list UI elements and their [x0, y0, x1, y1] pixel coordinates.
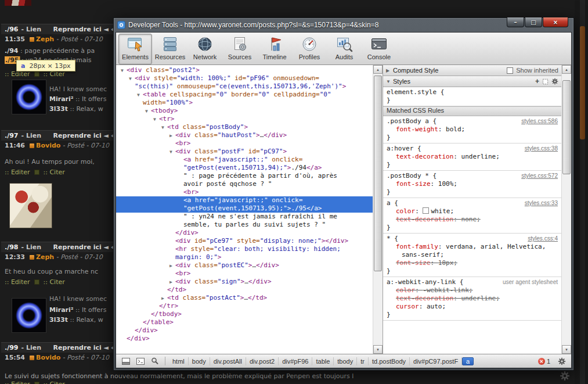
- css-property[interactable]: text-decoration: underline;: [387, 295, 558, 303]
- new-style-rule-button[interactable]: +: [535, 77, 539, 85]
- tree-line[interactable]: ▼<td class="postBody">: [116, 123, 373, 131]
- scroll-up-button[interactable]: ▲: [562, 65, 571, 74]
- scroll-down-button[interactable]: ▼: [373, 345, 383, 354]
- post-lien-label[interactable]: - Lien: [21, 243, 41, 251]
- stylesheet-link[interactable]: styles.css:38: [525, 145, 558, 152]
- breadcrumb-item[interactable]: div#pF96: [279, 357, 312, 365]
- stylesheet-link[interactable]: styles.css:33: [525, 199, 558, 206]
- tree-line[interactable]: <br>: [116, 188, 373, 196]
- scrollbar-thumb[interactable]: [562, 80, 571, 174]
- tree-line[interactable]: <div id="pCe97" style="display: none;"><…: [116, 237, 373, 245]
- tree-line[interactable]: ▼<tbody>: [116, 107, 373, 115]
- tree-line[interactable]: " : yn24 ne s'est jamais rafraîchi il me: [116, 213, 373, 221]
- breadcrumb-item[interactable]: td.postBody: [369, 357, 410, 365]
- quote-link[interactable]: :: Citer: [44, 278, 65, 286]
- styles-section-header[interactable]: ▼ Styles +: [383, 76, 561, 87]
- tab-timeline[interactable]: Timeline: [258, 34, 291, 64]
- element-state-icon[interactable]: [542, 78, 549, 85]
- resume-here-link[interactable]: Reprendre ici ◄ «: [53, 243, 115, 251]
- css-property[interactable]: cursor: auto;: [387, 303, 558, 311]
- username[interactable]: 3l33t: [49, 105, 68, 113]
- collapse-arrow-icon[interactable]: ▼: [161, 124, 167, 132]
- breadcrumb-item[interactable]: html: [169, 357, 189, 365]
- rule-selector[interactable]: .postBody * {: [387, 172, 437, 180]
- css-property[interactable]: font-size: 100%;: [387, 180, 558, 188]
- tree-line[interactable]: ▼<div style="width: 100%;" id="pF96" onm…: [116, 74, 373, 82]
- error-badge[interactable]: × 1: [538, 358, 550, 365]
- expand-arrow-icon[interactable]: ▶: [169, 132, 175, 140]
- post-lien-label[interactable]: - Lien: [21, 132, 41, 139]
- breadcrumb-item[interactable]: div#pC97.postF: [410, 357, 462, 365]
- tab-network[interactable]: Network: [188, 34, 222, 64]
- color-swatch-icon[interactable]: [423, 207, 429, 214]
- breadcrumb-item[interactable]: tbody: [334, 357, 357, 365]
- breadcrumb-item[interactable]: div.postAll: [210, 357, 246, 365]
- resume-here-link[interactable]: Reprendre ici ◄ «: [53, 132, 115, 139]
- scroll-up-button[interactable]: ▲: [373, 65, 383, 74]
- post-number-link[interactable]: ./98: [5, 243, 19, 251]
- breadcrumb-item[interactable]: table: [312, 357, 334, 365]
- quote-link[interactable]: :: Citer: [44, 381, 65, 384]
- stylesheet-link[interactable]: styles.css:572: [521, 172, 558, 179]
- username[interactable]: Mirari²: [49, 306, 74, 314]
- rule-selector[interactable]: .postBody a {: [387, 117, 437, 125]
- tab-elements[interactable]: Elements: [118, 34, 152, 64]
- post-number-link[interactable]: ./96: [5, 26, 19, 33]
- username[interactable]: Mirari²: [49, 95, 74, 103]
- avatar[interactable]: [12, 80, 46, 114]
- css-property[interactable]: color: white;: [387, 207, 558, 216]
- breadcrumb-item[interactable]: tr: [357, 357, 369, 365]
- author-link[interactable]: Bovido: [36, 354, 60, 361]
- collapse-arrow-icon[interactable]: ▼: [121, 67, 127, 75]
- css-property[interactable]: text-decoration: underline;: [387, 153, 558, 161]
- username[interactable]: 3l33t: [49, 316, 68, 324]
- post-number-link[interactable]: ./97: [5, 132, 19, 139]
- author-link[interactable]: Zeph: [36, 35, 54, 43]
- page-settings-gear-icon[interactable]: [560, 371, 570, 381]
- minimize-button[interactable]: –: [507, 17, 524, 27]
- tree-line[interactable]: <br>: [116, 270, 373, 278]
- console-drawer-button[interactable]: [134, 356, 147, 367]
- tree-line[interactable]: ▶<div class="hautPost">…</div>: [116, 131, 373, 139]
- css-property[interactable]: color: -webkit-link;: [387, 286, 558, 295]
- tree-line[interactable]: ▼<div class="post2">: [116, 66, 373, 74]
- tree-line[interactable]: </tbody>: [116, 310, 373, 318]
- tree-line[interactable]: <br>: [116, 139, 373, 148]
- breadcrumb-item[interactable]: body: [189, 357, 210, 365]
- css-property[interactable]: font-family: verdana, arial, Helvetica, …: [387, 243, 558, 259]
- edit-link[interactable]: :: Editer: [5, 278, 30, 286]
- css-property[interactable]: text-decoration: none;: [387, 216, 558, 224]
- avatar[interactable]: [12, 298, 46, 333]
- post-number-link[interactable]: ./99: [5, 344, 19, 351]
- tab-console[interactable]: Console: [362, 34, 396, 64]
- tree-line[interactable]: "getPost(event,150713,94);">./94</a>: [116, 164, 373, 172]
- rule-selector[interactable]: a:hover {: [387, 145, 421, 152]
- tree-line[interactable]: </div>: [116, 229, 373, 237]
- post-ref-link[interactable]: ./94: [5, 47, 19, 55]
- dock-side-button[interactable]: [119, 356, 132, 367]
- expand-arrow-icon[interactable]: ▶: [386, 68, 393, 73]
- stylesheet-link[interactable]: styles.css:586: [521, 117, 558, 124]
- css-property[interactable]: font-weight: bold;: [387, 125, 558, 134]
- tree-line[interactable]: semble, tu parles du suivi sujets ? ": [116, 221, 373, 229]
- rule-selector[interactable]: element.style: [387, 88, 437, 96]
- resume-here-link[interactable]: Reprendre ici ◄ «: [53, 26, 115, 33]
- tree-line[interactable]: <a href="javascript:;" onclick=: [116, 196, 373, 204]
- tree-line[interactable]: width="100%">: [116, 99, 373, 107]
- tree-line[interactable]: <hr style="clear: both; visibility: hidd…: [116, 245, 373, 253]
- expand-arrow-icon[interactable]: ▶: [169, 278, 175, 286]
- tree-line[interactable]: "getPost(event,150713,95);">./95</a>: [116, 204, 373, 213]
- resume-here-link[interactable]: Reprendre ici ◄ «: [53, 344, 115, 351]
- collapse-arrow-icon[interactable]: ▼: [386, 79, 393, 84]
- inspect-element-button[interactable]: [148, 356, 161, 367]
- maximize-button[interactable]: □: [525, 17, 542, 27]
- tree-line[interactable]: </td>: [116, 286, 373, 294]
- breadcrumb-item[interactable]: div.post2: [246, 357, 279, 365]
- tree-line[interactable]: </tr>: [116, 302, 373, 310]
- element-style-rule[interactable]: element.style { }: [383, 87, 561, 106]
- collapse-arrow-icon[interactable]: ▼: [145, 107, 151, 116]
- expand-arrow-icon[interactable]: ▶: [169, 262, 175, 270]
- author-link[interactable]: Zeph: [36, 253, 54, 261]
- rule-selector[interactable]: a {: [387, 199, 398, 207]
- rule-selector[interactable]: a:-webkit-any-link {: [387, 278, 463, 286]
